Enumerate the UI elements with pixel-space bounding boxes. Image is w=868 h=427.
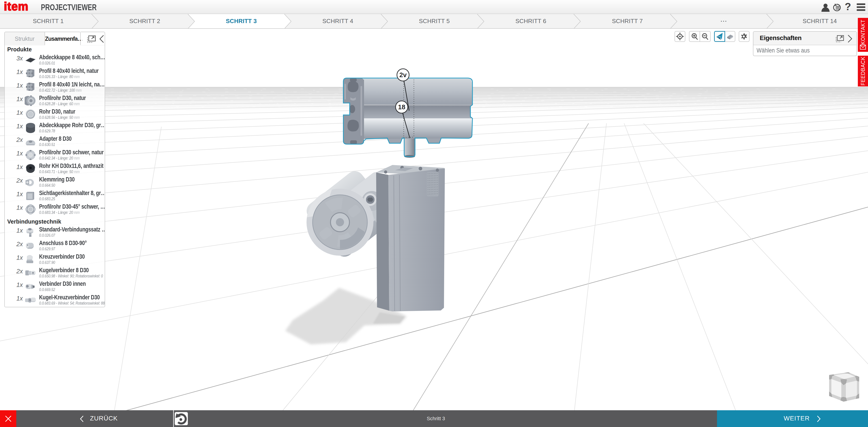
- svg-text:2v: 2v: [399, 71, 407, 79]
- svg-text:18: 18: [398, 104, 405, 111]
